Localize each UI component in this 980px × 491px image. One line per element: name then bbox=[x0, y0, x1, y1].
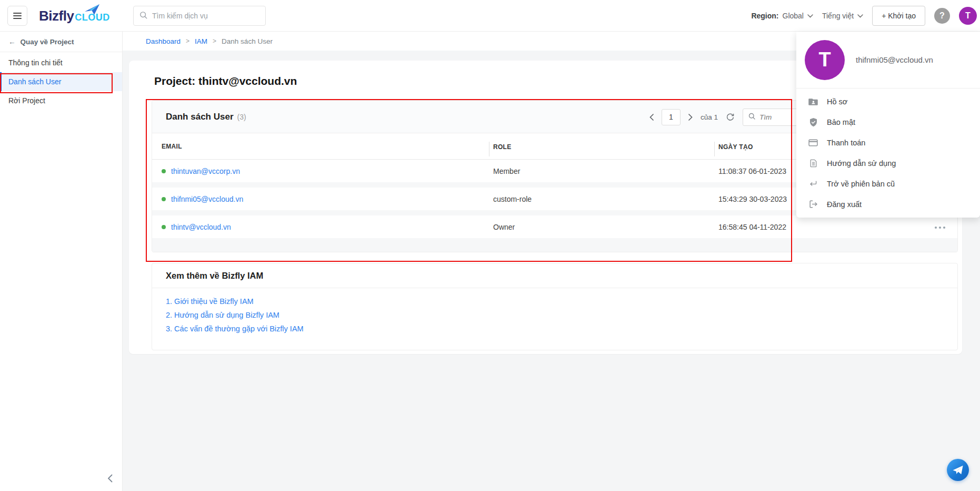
service-search-box bbox=[133, 6, 266, 26]
iam-link-cac-van-de[interactable]: 3. Các vấn đề thường gặp với Bizfly IAM bbox=[166, 325, 944, 333]
user-email: thifnmi05@vccloud.vn bbox=[856, 55, 933, 64]
brand-text: Bizfly bbox=[39, 8, 74, 24]
region-label: Region: bbox=[751, 12, 778, 20]
user-menu-list: Hồ sơ Bảo mật Thanh toán Hướng dẫn sử dụ… bbox=[796, 89, 980, 214]
user-email-link[interactable]: thintv@vccloud.vn bbox=[171, 223, 231, 231]
user-email-link[interactable]: thintuvan@vccorp.vn bbox=[171, 167, 240, 175]
next-page-button[interactable] bbox=[687, 113, 694, 122]
pagination: của 1 bbox=[648, 101, 822, 133]
chevron-left-icon bbox=[107, 474, 113, 483]
user-menu-profile: T thifnmi05@vccloud.vn bbox=[796, 32, 980, 89]
refresh-button[interactable] bbox=[725, 112, 736, 123]
chevron-right-icon bbox=[688, 114, 693, 121]
return-arrow-icon bbox=[808, 179, 818, 189]
breadcrumb-iam[interactable]: IAM bbox=[195, 37, 207, 45]
sidebar: ← Quay về Project Thông tin chi tiết Dan… bbox=[0, 32, 123, 491]
sidebar-item-thong-tin-chi-tiet[interactable]: Thông tin chi tiết bbox=[0, 53, 122, 72]
sidebar-item-danh-sach-user[interactable]: Danh sách User bbox=[0, 72, 122, 91]
back-to-project-link[interactable]: ← Quay về Project bbox=[0, 32, 122, 52]
row-actions-button[interactable] bbox=[932, 221, 948, 233]
user-created-date: 11:08:37 06-01-2023 bbox=[718, 167, 786, 175]
shield-check-icon bbox=[808, 117, 818, 127]
chevron-down-icon bbox=[857, 14, 863, 18]
menu-item-label: Đăng xuất bbox=[827, 200, 862, 209]
chevron-down-icon bbox=[807, 14, 813, 18]
breadcrumb-dashboard[interactable]: Dashboard bbox=[146, 37, 181, 45]
menu-item-label: Trở về phiên bản cũ bbox=[827, 180, 895, 188]
status-dot bbox=[162, 225, 166, 229]
refresh-icon bbox=[726, 113, 735, 122]
user-role: Member bbox=[493, 167, 520, 175]
menu-item-label: Hồ sơ bbox=[827, 97, 847, 106]
back-arrow-icon: ← bbox=[8, 38, 16, 46]
user-list-title: Danh sách User bbox=[166, 112, 234, 122]
user-email-link[interactable]: thifnmi05@vccloud.vn bbox=[171, 195, 243, 203]
paper-plane-icon bbox=[83, 3, 101, 18]
breadcrumb-separator: > bbox=[213, 37, 216, 45]
search-icon bbox=[139, 11, 148, 22]
back-label: Quay về Project bbox=[21, 38, 74, 46]
menu-item-tro-ve-phien-ban-cu[interactable]: Trở về phiên bản cũ bbox=[796, 173, 980, 194]
status-dot bbox=[162, 197, 166, 201]
telegram-plane-icon bbox=[952, 465, 964, 475]
question-mark-icon: ? bbox=[939, 11, 945, 21]
profile-folder-icon bbox=[808, 96, 818, 107]
sidebar-nav: Thông tin chi tiết Danh sách User Rời Pr… bbox=[0, 52, 122, 110]
user-created-date: 15:43:29 30-03-2023 bbox=[718, 195, 787, 203]
user-list-count: (3) bbox=[237, 113, 246, 121]
column-header-role: ROLE bbox=[493, 143, 512, 151]
menu-item-label: Hướng dẫn sử dụng bbox=[827, 159, 896, 168]
document-icon bbox=[808, 158, 818, 169]
top-bar-actions: Region: Global Tiếng việt + Khởi tạo ? T bbox=[751, 0, 977, 32]
ellipsis-icon bbox=[934, 226, 946, 229]
breadcrumb-current: Danh sách User bbox=[222, 37, 273, 45]
column-header-created: NGÀY TẠO bbox=[718, 143, 753, 151]
breadcrumb-separator: > bbox=[186, 37, 189, 45]
user-role: Owner bbox=[493, 223, 515, 231]
menu-item-thanh-toan[interactable]: Thanh toán bbox=[796, 132, 980, 153]
menu-item-huong-dan-su-dung[interactable]: Hướng dẫn sử dụng bbox=[796, 153, 980, 173]
create-button[interactable]: + Khởi tạo bbox=[872, 6, 925, 26]
credit-card-icon bbox=[808, 138, 818, 148]
column-header-email: EMAIL bbox=[162, 143, 182, 150]
chevron-left-icon bbox=[649, 114, 654, 121]
app-root: Bizfly CLOUD Region: Global Tiếng việt +… bbox=[0, 0, 980, 491]
iam-info-header: Xem thêm về Bizfly IAM bbox=[152, 263, 957, 288]
status-dot bbox=[162, 169, 166, 173]
avatar-initial: T bbox=[818, 48, 831, 71]
search-icon bbox=[748, 112, 756, 122]
top-bar: Bizfly CLOUD Region: Global Tiếng việt +… bbox=[0, 0, 980, 32]
prev-page-button[interactable] bbox=[648, 113, 655, 122]
user-created-date: 16:58:45 04-11-2022 bbox=[718, 223, 786, 231]
page-number-input[interactable] bbox=[662, 109, 681, 125]
logout-icon bbox=[808, 199, 818, 210]
user-avatar-large: T bbox=[805, 40, 845, 80]
table-footer-strip bbox=[152, 238, 957, 252]
user-dropdown-menu: T thifnmi05@vccloud.vn Hồ sơ Bảo mật bbox=[796, 32, 980, 218]
sidebar-collapse-button[interactable] bbox=[103, 472, 117, 485]
menu-item-dang-xuat[interactable]: Đăng xuất bbox=[796, 194, 980, 214]
menu-item-ho-so[interactable]: Hồ sơ bbox=[796, 91, 980, 112]
menu-item-bao-mat[interactable]: Bảo mật bbox=[796, 112, 980, 132]
menu-item-label: Bảo mật bbox=[827, 118, 855, 126]
iam-info-links: 1. Giới thiệu về Bizfly IAM 2. Hướng dẫn… bbox=[152, 288, 957, 350]
iam-link-gioi-thieu[interactable]: 1. Giới thiệu về Bizfly IAM bbox=[166, 297, 944, 306]
user-avatar-button[interactable]: T bbox=[959, 7, 977, 25]
hamburger-menu-button[interactable] bbox=[7, 6, 27, 26]
brand-logo: Bizfly CLOUD bbox=[39, 0, 110, 32]
table-row: thintv@vccloud.vn Owner 16:58:45 04-11-2… bbox=[152, 215, 957, 238]
region-value: Global bbox=[783, 12, 804, 20]
sidebar-item-roi-project[interactable]: Rời Project bbox=[0, 91, 122, 110]
help-button[interactable]: ? bbox=[934, 8, 950, 24]
iam-info-card: Xem thêm về Bizfly IAM 1. Giới thiệu về … bbox=[152, 263, 958, 350]
menu-item-label: Thanh toán bbox=[827, 139, 865, 147]
region-selector[interactable]: Region: Global bbox=[751, 12, 813, 20]
iam-info-title: Xem thêm về Bizfly IAM bbox=[166, 271, 263, 281]
user-role: custom-role bbox=[493, 195, 532, 203]
iam-link-huong-dan[interactable]: 2. Hướng dẫn sử dụng Bizfly IAM bbox=[166, 311, 944, 319]
page-count-label: của 1 bbox=[701, 113, 718, 121]
language-selector[interactable]: Tiếng việt bbox=[822, 12, 863, 20]
service-search-input[interactable] bbox=[152, 12, 260, 20]
language-label: Tiếng việt bbox=[822, 12, 854, 20]
telegram-fab-button[interactable] bbox=[947, 459, 969, 481]
